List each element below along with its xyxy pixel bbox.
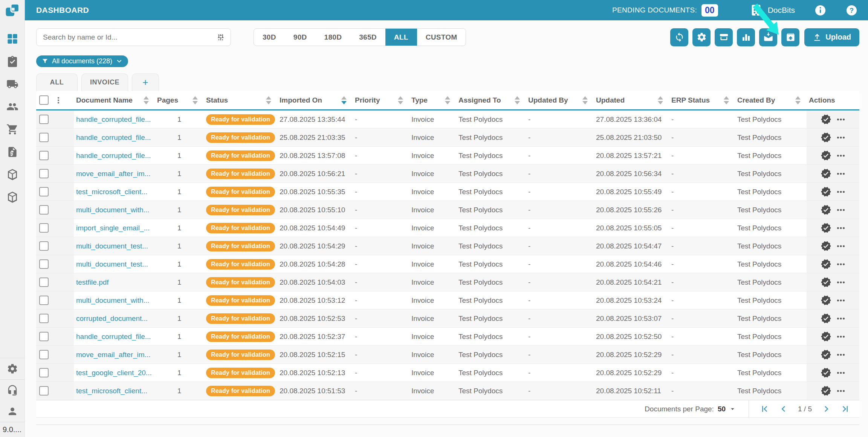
- validate-badge-button[interactable]: [821, 385, 831, 396]
- document-name-link[interactable]: move_email_after_im...: [76, 170, 150, 178]
- sidebar-item-purchase[interactable]: [6, 123, 19, 136]
- document-name-link[interactable]: handle_corrupted_file...: [76, 333, 151, 341]
- sort-arrows-icon[interactable]: [658, 96, 663, 104]
- row-checkbox[interactable]: [39, 332, 49, 341]
- date-filter-90d[interactable]: 90D: [285, 29, 316, 46]
- document-name-link[interactable]: test_microsoft_client...: [76, 387, 147, 395]
- column-header-type[interactable]: Type: [409, 91, 456, 109]
- validate-badge-button[interactable]: [821, 132, 831, 143]
- date-filter-30d[interactable]: 30D: [254, 29, 285, 46]
- next-page-button[interactable]: [822, 405, 831, 413]
- row-more-actions-button[interactable]: [836, 169, 846, 179]
- column-header-updated-by[interactable]: Updated By: [526, 91, 594, 109]
- document-name-link[interactable]: test_google_client_20...: [76, 369, 152, 377]
- sidebar-item-tasks[interactable]: [6, 55, 19, 68]
- row-checkbox[interactable]: [39, 187, 49, 196]
- filter-options-button[interactable]: [216, 33, 225, 42]
- row-more-actions-button[interactable]: [836, 350, 846, 360]
- validate-badge-button[interactable]: [821, 367, 831, 378]
- column-header-imported-on[interactable]: Imported On: [277, 91, 353, 109]
- row-more-actions-button[interactable]: [836, 296, 846, 305]
- document-name-link[interactable]: multi_document_test...: [76, 242, 148, 250]
- sort-arrows-icon[interactable]: [398, 96, 403, 104]
- date-filter-180d[interactable]: 180D: [316, 29, 351, 46]
- row-more-actions-button[interactable]: [836, 241, 846, 251]
- scan-button[interactable]: [715, 28, 733, 46]
- row-checkbox[interactable]: [39, 350, 49, 359]
- row-more-actions-button[interactable]: [836, 332, 846, 342]
- row-checkbox[interactable]: [39, 205, 49, 215]
- sidebar-item-shipping[interactable]: [6, 78, 19, 90]
- sidebar-item-packages[interactable]: [6, 168, 19, 181]
- validate-badge-button[interactable]: [821, 313, 831, 324]
- validate-badge-button[interactable]: [821, 331, 831, 342]
- column-header-actions[interactable]: Actions: [807, 91, 859, 109]
- column-header-pages[interactable]: Pages: [155, 91, 204, 109]
- row-more-actions-button[interactable]: [836, 386, 846, 396]
- organization-button[interactable]: [750, 4, 763, 17]
- import-mail-button[interactable]: [759, 28, 777, 46]
- sidebar-item-dashboard[interactable]: [6, 32, 19, 45]
- validate-badge-button[interactable]: [821, 150, 831, 161]
- row-checkbox[interactable]: [39, 368, 49, 377]
- analytics-button[interactable]: [737, 28, 755, 46]
- date-filter-365d[interactable]: 365D: [350, 29, 385, 46]
- row-checkbox[interactable]: [39, 133, 49, 142]
- kebab-menu-icon[interactable]: [54, 96, 63, 104]
- documents-per-page-value[interactable]: 50: [718, 405, 726, 413]
- tab-all[interactable]: ALL: [36, 74, 78, 91]
- column-header-document-name[interactable]: Document Name: [74, 91, 155, 109]
- sort-arrows-icon[interactable]: [144, 96, 149, 104]
- date-filter-custom[interactable]: CUSTOM: [417, 29, 466, 46]
- info-button[interactable]: [815, 5, 826, 16]
- row-more-actions-button[interactable]: [836, 368, 846, 378]
- sort-arrows-icon[interactable]: [795, 96, 801, 104]
- search-input[interactable]: [43, 33, 216, 41]
- sort-arrows-icon[interactable]: [341, 96, 347, 104]
- sidebar-item-users[interactable]: [6, 100, 19, 113]
- help-button[interactable]: ?: [846, 5, 857, 16]
- sort-arrows-icon[interactable]: [582, 96, 588, 104]
- settings-button[interactable]: [692, 28, 711, 46]
- row-checkbox[interactable]: [39, 115, 49, 124]
- all-documents-filter-chip[interactable]: All documents (228): [36, 55, 128, 67]
- sort-arrows-icon[interactable]: [515, 96, 520, 104]
- row-checkbox[interactable]: [39, 259, 49, 269]
- document-name-link[interactable]: multi_document_with...: [76, 206, 149, 214]
- document-name-link[interactable]: move_email_after_im...: [76, 351, 150, 359]
- validate-badge-button[interactable]: [821, 295, 831, 306]
- row-more-actions-button[interactable]: [836, 187, 846, 197]
- row-more-actions-button[interactable]: [836, 151, 846, 161]
- row-more-actions-button[interactable]: [836, 133, 846, 143]
- sidebar-item-invoices[interactable]: [6, 146, 19, 158]
- first-page-button[interactable]: [760, 405, 769, 413]
- row-more-actions-button[interactable]: [836, 314, 846, 324]
- column-header-priority[interactable]: Priority: [353, 91, 409, 109]
- row-checkbox[interactable]: [39, 169, 49, 178]
- row-more-actions-button[interactable]: [836, 278, 846, 287]
- sidebar-item-support[interactable]: [0, 380, 24, 401]
- validate-badge-button[interactable]: [821, 186, 831, 197]
- validate-badge-button[interactable]: [821, 204, 831, 215]
- row-checkbox[interactable]: [39, 296, 49, 305]
- row-more-actions-button[interactable]: [836, 115, 846, 124]
- validate-badge-button[interactable]: [821, 277, 831, 288]
- add-tab-button[interactable]: +: [132, 74, 159, 91]
- sidebar-item-products[interactable]: [6, 191, 19, 204]
- upload-button[interactable]: Upload: [804, 28, 859, 46]
- per-page-dropdown-caret[interactable]: [729, 406, 736, 412]
- validate-badge-button[interactable]: [821, 168, 831, 179]
- sort-arrows-icon[interactable]: [193, 96, 198, 104]
- previous-page-button[interactable]: [779, 405, 788, 413]
- column-header-erp-status[interactable]: ERP Status: [669, 91, 735, 109]
- tab-invoice[interactable]: INVOICE: [81, 74, 128, 91]
- sidebar-item-settings[interactable]: [0, 358, 24, 379]
- validate-badge-button[interactable]: [821, 241, 831, 251]
- sidebar-item-profile[interactable]: [0, 401, 24, 422]
- app-logo[interactable]: [0, 0, 24, 20]
- document-name-link[interactable]: multi_document_with...: [76, 296, 149, 305]
- document-name-link[interactable]: testfile.pdf: [76, 278, 109, 287]
- row-more-actions-button[interactable]: [836, 223, 846, 233]
- sort-arrows-icon[interactable]: [724, 96, 729, 104]
- sort-arrows-icon[interactable]: [266, 96, 271, 104]
